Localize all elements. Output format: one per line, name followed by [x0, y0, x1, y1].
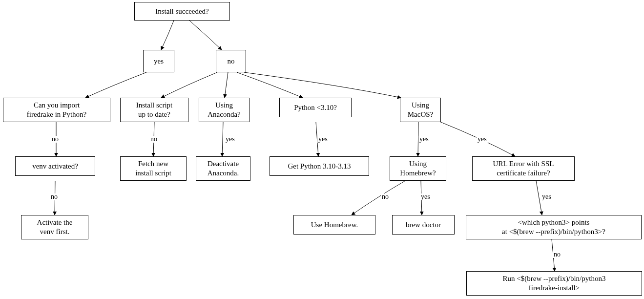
edge-label-homebrew-yes: yes: [420, 193, 431, 200]
label-can-import-firedrake: Can you import firedrake in Python?: [27, 101, 86, 119]
edge-label-can-import-no: no: [51, 136, 60, 143]
label-url-error-ssl: URL Error with SSL certificate failure?: [493, 159, 554, 178]
node-run-brew-prefix-python3: Run <$(brew --prefix)/bin/python3 firedr…: [466, 271, 642, 296]
node-deactivate-anaconda: Deactivate Anaconda.: [196, 156, 250, 181]
label-install-script-up-to-date: Install script up to date?: [136, 101, 173, 119]
node-python-lt-310: Python <3.10?: [279, 98, 352, 117]
node-branch-no: no: [216, 50, 246, 72]
label-run-brew-prefix-python3: Run <$(brew --prefix)/bin/python3 firedr…: [503, 274, 606, 293]
node-using-anaconda: Using Anaconda?: [199, 98, 249, 122]
edge-label-install-script-no: no: [149, 136, 158, 143]
label-branch-yes: yes: [154, 57, 164, 66]
label-using-homebrew: Using Homebrew?: [400, 159, 436, 178]
node-brew-doctor: brew doctor: [392, 215, 455, 235]
node-install-succeeded: Install succeeded?: [134, 2, 230, 21]
text-edge-yes: yes: [318, 135, 328, 143]
label-using-macos: Using MacOS?: [408, 101, 434, 119]
label-branch-no: no: [228, 57, 235, 66]
label-which-python3-points: <which python3> points at <$(brew --pref…: [502, 218, 605, 236]
text-edge-yes: yes: [542, 193, 551, 200]
label-activate-venv-first: Activate the venv first.: [37, 218, 73, 236]
text-edge-no: no: [554, 251, 561, 258]
text-edge-no: no: [51, 193, 58, 200]
label-get-python-310-313: Get Python 3.10-3.13: [288, 162, 351, 171]
label-brew-doctor: brew doctor: [406, 220, 441, 230]
label-fetch-new-install-script: Fetch new install script: [135, 159, 171, 178]
text-edge-no: no: [52, 135, 59, 143]
text-edge-no: no: [150, 135, 157, 143]
label-use-homebrew: Use Homebrew.: [311, 220, 358, 230]
edge-label-homebrew-no: no: [381, 193, 390, 200]
text-edge-yes: yes: [478, 135, 487, 143]
node-venv-activated: venv activated?: [15, 156, 95, 176]
edge-label-python-yes: yes: [317, 136, 329, 143]
node-using-macos: Using MacOS?: [400, 98, 441, 122]
node-install-script-up-to-date: Install script up to date?: [120, 98, 188, 122]
text-edge-yes: yes: [419, 135, 429, 143]
edge-label-macos-homebrew-yes: yes: [418, 136, 430, 143]
node-fetch-new-install-script: Fetch new install script: [120, 156, 187, 181]
label-install-succeeded: Install succeeded?: [155, 7, 209, 16]
edge-label-ssl-yes: yes: [541, 193, 552, 200]
text-edge-no: no: [382, 193, 389, 200]
text-edge-yes: yes: [226, 135, 235, 143]
label-python-lt-310: Python <3.10?: [294, 103, 337, 112]
node-get-python-310-313: Get Python 3.10-3.13: [270, 156, 369, 176]
node-activate-venv-first: Activate the venv first.: [21, 215, 88, 239]
edge-label-macos-ssl-yes: yes: [477, 136, 488, 143]
node-url-error-ssl: URL Error with SSL certificate failure?: [472, 156, 575, 181]
node-can-import-firedrake: Can you import firedrake in Python?: [3, 98, 110, 122]
node-branch-yes: yes: [143, 50, 174, 72]
label-using-anaconda: Using Anaconda?: [208, 101, 240, 119]
label-deactivate-anaconda: Deactivate Anaconda.: [208, 159, 239, 178]
node-which-python3-points: <which python3> points at <$(brew --pref…: [466, 215, 642, 239]
label-venv-activated: venv activated?: [32, 162, 78, 171]
node-use-homebrew: Use Homebrew.: [293, 215, 375, 235]
edge-label-anaconda-yes: yes: [225, 136, 236, 143]
edge-label-venv-no: no: [50, 193, 59, 200]
text-edge-yes: yes: [421, 193, 430, 200]
node-using-homebrew: Using Homebrew?: [390, 156, 446, 181]
edge-label-which-no: no: [553, 251, 561, 258]
